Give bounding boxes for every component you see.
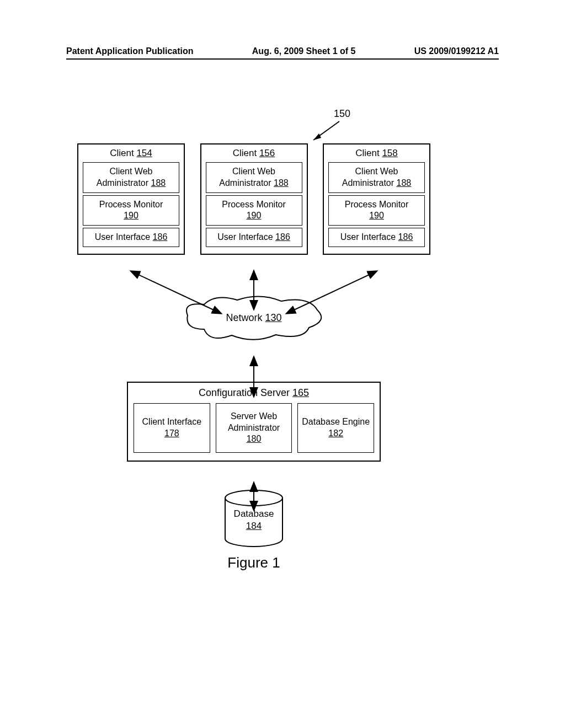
client-web-admin-box: Client Web Administrator 188 <box>206 162 302 193</box>
process-monitor-box: Process Monitor190 <box>83 195 179 226</box>
ref-arrow-150 <box>309 120 342 142</box>
user-interface-box: User Interface 186 <box>328 228 425 247</box>
client-box-158: Client 158 Client Web Administrator 188 … <box>323 143 430 255</box>
client-title: Client 154 <box>82 148 180 159</box>
client-title: Client 158 <box>327 148 426 159</box>
database-label: Database 184 <box>221 508 287 532</box>
process-monitor-box: Process Monitor190 <box>206 195 302 226</box>
server-web-admin-box: Server Web Administrator 180 <box>216 403 292 453</box>
diagram-container: Client 154 Client Web Administrator 188 … <box>77 143 430 571</box>
client-web-admin-box: Client Web Administrator 188 <box>83 162 179 193</box>
client-interface-box: Client Interface 178 <box>134 403 210 453</box>
header-patent-number: US 2009/0199212 A1 <box>414 46 499 56</box>
network-cloud: Network 130 <box>182 293 326 343</box>
ref-label-150: 150 <box>334 108 350 120</box>
user-interface-box: User Interface 186 <box>206 228 302 247</box>
process-monitor-box: Process Monitor190 <box>328 195 425 226</box>
client-box-156: Client 156 Client Web Administrator 188 … <box>200 143 308 255</box>
header-divider <box>66 58 499 60</box>
database-cylinder: Database 184 <box>221 489 287 550</box>
client-web-admin-box: Client Web Administrator 188 <box>328 162 425 193</box>
clients-row: Client 154 Client Web Administrator 188 … <box>77 143 430 255</box>
user-interface-box: User Interface 186 <box>83 228 179 247</box>
figure-title: Figure 1 <box>77 554 430 571</box>
client-box-154: Client 154 Client Web Administrator 188 … <box>77 143 185 255</box>
svg-marker-1 <box>313 133 321 140</box>
client-title: Client 156 <box>205 148 303 159</box>
patent-header: Patent Application Publication Aug. 6, 2… <box>66 46 499 56</box>
network-label: Network 130 <box>182 312 326 324</box>
config-server-box: Configuration Server 165 Client Interfac… <box>127 382 381 462</box>
header-date-sheet: Aug. 6, 2009 Sheet 1 of 5 <box>252 46 356 56</box>
header-publication: Patent Application Publication <box>66 46 194 56</box>
server-row: Client Interface 178 Server Web Administ… <box>134 403 374 453</box>
db-engine-box: Database Engine 182 <box>297 403 374 453</box>
server-title: Configuration Server 165 <box>134 387 374 399</box>
